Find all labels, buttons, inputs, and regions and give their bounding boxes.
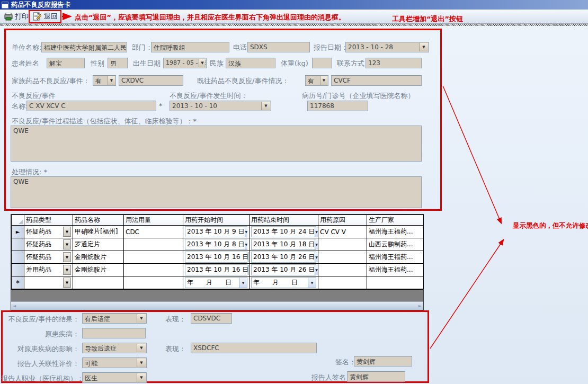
drug-name-cell[interactable]: 甲硝唑片[福州]: [73, 226, 124, 238]
usage-cell[interactable]: [124, 276, 183, 289]
drug-type-cell[interactable]: 怀疑药品▼: [24, 226, 73, 238]
sign-field[interactable]: 黄剑辉: [354, 356, 412, 367]
outcome-disp-field[interactable]: CDSVDC: [191, 313, 232, 324]
impact-disp-field[interactable]: XSDCFC: [191, 343, 317, 353]
unit-field[interactable]: 福建中医药大学附属第二人民医院: [41, 42, 127, 52]
phone-field[interactable]: SDXS: [247, 42, 310, 52]
outcome-combo[interactable]: 有后遗症 ▼: [82, 313, 147, 324]
patient-name-field[interactable]: 解宝: [47, 58, 85, 68]
end-date-cell[interactable]: 2013 年 10 月 24 日▼: [250, 226, 318, 238]
process-desc-textarea[interactable]: QWE: [11, 126, 422, 162]
reason-cell[interactable]: [318, 264, 367, 276]
col-header-drug-name[interactable]: 药品名称: [73, 215, 124, 226]
past-adr-combo[interactable]: 有 ▼: [305, 75, 328, 86]
reason-cell[interactable]: [318, 238, 367, 251]
adr-name-field[interactable]: C XV XCV C: [26, 101, 156, 111]
dropdown-arrow-icon[interactable]: ▼: [63, 239, 71, 249]
report-date-combo[interactable]: 2013 - 10 - 28 ▼: [345, 42, 429, 52]
handling-textarea[interactable]: QWE: [11, 176, 422, 208]
start-date-cell[interactable]: 2013 年 10 月 8 日▼: [183, 238, 250, 251]
dropdown-arrow-icon[interactable]: ▼: [199, 59, 206, 67]
impact-combo[interactable]: 导致后遗症 ▼: [82, 343, 147, 353]
dropdown-arrow-icon[interactable]: ▼: [63, 278, 71, 288]
dropdown-arrow-icon[interactable]: ▼: [63, 227, 71, 237]
maker-cell[interactable]: 福州海王福药...: [367, 251, 424, 264]
relevance-combo[interactable]: 可能 ▼: [82, 358, 147, 368]
dropdown-arrow-icon[interactable]: ▼: [315, 239, 318, 249]
dropdown-arrow-icon[interactable]: ▼: [320, 76, 327, 85]
dropdown-arrow-icon[interactable]: ▼: [261, 102, 270, 110]
family-adr-combo[interactable]: 有 ▼: [93, 75, 116, 86]
dept-field[interactable]: 住院呼吸组: [151, 42, 229, 52]
maker-cell[interactable]: [367, 276, 424, 289]
return-button[interactable]: 退回: [33, 12, 58, 21]
col-header-reason[interactable]: 用药原因: [318, 215, 367, 226]
scroll-right-icon[interactable]: ►: [418, 303, 422, 308]
start-date-cell[interactable]: 2013 年 10 月 16 日▼: [183, 264, 250, 276]
drug-name-cell[interactable]: 罗通定片: [73, 238, 124, 251]
family-adr-field[interactable]: CXDVC: [119, 75, 183, 86]
drug-type-cell[interactable]: 并用药品▼: [24, 264, 73, 276]
row-selector-cell[interactable]: [12, 238, 24, 251]
contact-field[interactable]: 123: [366, 58, 422, 68]
ethnic-field[interactable]: 汉族: [226, 58, 275, 68]
drug-type-cell[interactable]: 怀疑药品▼: [24, 251, 73, 264]
record-no-field[interactable]: 117868: [307, 101, 368, 111]
reporter-sign-field[interactable]: 黄剑辉: [347, 371, 405, 382]
drug-table-corner-cell[interactable]: [12, 215, 24, 226]
print-button[interactable]: 打印: [4, 12, 29, 21]
dropdown-arrow-icon[interactable]: ▼: [245, 239, 248, 249]
dropdown-arrow-icon[interactable]: ▼: [308, 278, 316, 288]
scroll-left-icon[interactable]: ◄: [13, 303, 16, 308]
drug-name-cell[interactable]: 金刚烷胺片: [73, 264, 124, 276]
reason-cell[interactable]: [318, 276, 367, 289]
start-date-cell[interactable]: 年 月 日▼: [183, 276, 250, 289]
reason-cell[interactable]: [318, 251, 367, 264]
end-date-cell[interactable]: 2013 年 10 月 26 日▼: [250, 251, 318, 264]
dropdown-arrow-icon[interactable]: ▼: [239, 278, 247, 288]
maker-cell[interactable]: 山西云鹏制药...: [367, 238, 424, 251]
col-header-maker[interactable]: 生产厂家: [367, 215, 424, 226]
dropdown-arrow-icon[interactable]: ▼: [63, 252, 71, 262]
col-header-end-date[interactable]: 用药结束时间: [250, 215, 318, 226]
dropdown-arrow-icon[interactable]: ▼: [108, 76, 115, 85]
end-date-cell[interactable]: 年 月 日▼: [250, 276, 318, 289]
drug-name-cell[interactable]: [73, 276, 124, 289]
usage-cell[interactable]: CDC: [124, 226, 183, 238]
row-selector-cell[interactable]: ►: [12, 226, 24, 238]
dropdown-arrow-icon[interactable]: ▼: [137, 373, 146, 382]
reason-cell[interactable]: CV CV V: [318, 226, 367, 238]
col-header-usage[interactable]: 用法用量: [124, 215, 183, 226]
dropdown-arrow-icon[interactable]: ▼: [137, 314, 146, 323]
start-date-cell[interactable]: 2013 年 10 月 16 日▼: [183, 251, 250, 264]
maker-cell[interactable]: 福州海王福药...: [367, 264, 424, 276]
dropdown-arrow-icon[interactable]: ▼: [315, 227, 318, 237]
adr-date-combo[interactable]: 2013 - 10 - 10 ▼: [170, 101, 271, 111]
new-row-selector-cell[interactable]: *: [12, 276, 24, 289]
weight-field[interactable]: [312, 58, 332, 68]
dropdown-arrow-icon[interactable]: ▼: [137, 359, 146, 367]
dropdown-arrow-icon[interactable]: ▼: [315, 252, 318, 262]
dropdown-arrow-icon[interactable]: ▼: [315, 265, 318, 275]
end-date-cell[interactable]: 2013 年 10 月 26 日▼: [250, 264, 318, 276]
row-selector-cell[interactable]: [12, 264, 24, 276]
drug-type-cell[interactable]: ▼: [24, 276, 73, 289]
maker-cell[interactable]: 福州海王福药...: [367, 226, 424, 238]
dropdown-arrow-icon[interactable]: ▼: [63, 265, 71, 275]
usage-cell[interactable]: [124, 238, 183, 251]
grid-horizontal-scrollbar[interactable]: ◄ ►: [11, 301, 423, 310]
col-header-drug-type[interactable]: 药品类型: [24, 215, 73, 226]
drug-type-cell[interactable]: 怀疑药品▼: [24, 238, 73, 251]
drug-name-cell[interactable]: 金刚烷胺片: [73, 251, 124, 264]
usage-cell[interactable]: [124, 264, 183, 276]
start-date-cell[interactable]: 2013 年 10 月 9 日▼: [183, 226, 250, 238]
disease-field[interactable]: [82, 328, 146, 338]
dropdown-arrow-icon[interactable]: ▼: [419, 43, 428, 51]
past-adr-field[interactable]: CVCF: [331, 75, 422, 86]
birth-combo[interactable]: 1987 - 05 - 12 ▼: [163, 58, 207, 68]
occupation-combo[interactable]: 医生 ▼: [82, 372, 147, 383]
gender-field[interactable]: 男: [108, 58, 128, 68]
col-header-start-date[interactable]: 用药开始时间: [183, 215, 250, 226]
row-selector-cell[interactable]: [12, 251, 24, 264]
dropdown-arrow-icon[interactable]: ▼: [245, 227, 248, 237]
